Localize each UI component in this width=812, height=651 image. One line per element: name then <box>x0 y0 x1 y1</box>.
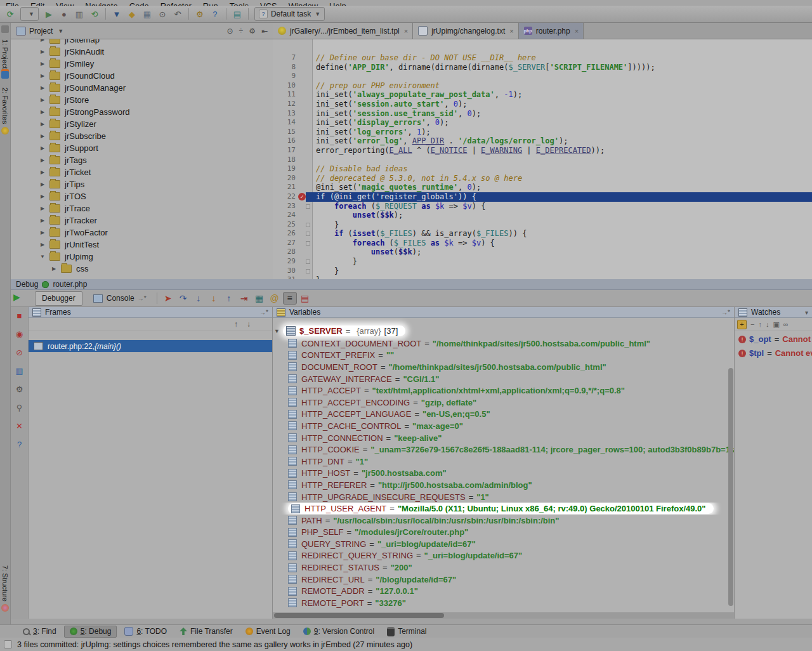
menu-vcs[interactable]: VCS <box>254 1 283 6</box>
tool-button-project[interactable]: 1: Project <box>1 39 9 69</box>
variable-row-http_connection[interactable]: HTTP_CONNECTION="keep-alive" <box>273 432 734 444</box>
variable-row-redirect_url[interactable]: REDIRECT_URL="/blog/update/id=67" <box>273 574 734 586</box>
variable-row-http_upgrade_insecure_requests[interactable]: HTTP_UPGRADE_INSECURE_REQUESTS="1" <box>273 491 734 503</box>
editor-tab-router-php[interactable]: phprouter.php× <box>519 23 584 39</box>
tree-item-jrstore[interactable]: ▶jrStore <box>11 94 273 106</box>
chevron-right-icon[interactable]: ▶ <box>39 218 46 223</box>
frame-down-icon[interactable]: ↓ <box>247 320 251 329</box>
variable-row-gateway_interface[interactable]: GATEWAY_INTERFACE="CGI/1.1" <box>273 373 734 385</box>
toolwindow-button-todo[interactable]: 6: TODO <box>119 626 172 638</box>
stack-frame-row[interactable]: router.php:22, {main}() <box>29 340 272 352</box>
variable-row-path[interactable]: PATH="/usr/local/sbin:/usr/local/bin:/us… <box>273 515 734 527</box>
chevron-right-icon[interactable]: ▶ <box>39 230 46 235</box>
chevron-right-icon[interactable]: ▶ <box>39 133 46 139</box>
line-number[interactable]: 14 <box>273 118 296 128</box>
frame-up-icon[interactable]: ↑ <box>234 320 238 329</box>
help-button[interactable]: ? <box>14 438 25 450</box>
line-number[interactable]: 8 <box>273 63 296 72</box>
chevron-right-icon[interactable]: ▶ <box>39 145 46 151</box>
watch-row-_opt[interactable]: !$_opt=Cannot e <box>735 333 812 345</box>
editor-tab-jrupimg-changelog-txt[interactable]: jrUpimg/changelog.txt× <box>413 23 519 39</box>
default-task-select[interactable]: ?Default task▼ <box>254 7 325 21</box>
copy-button[interactable]: ▣ <box>773 320 779 329</box>
line-number[interactable]: 22 <box>273 192 296 202</box>
fold-marker-icon[interactable] <box>306 269 310 273</box>
add-watch-button[interactable]: + <box>737 320 747 329</box>
chevron-right-icon[interactable]: ▶ <box>39 39 46 43</box>
menu-code[interactable]: Code <box>124 1 155 6</box>
tree-item-jrstrongpassword[interactable]: ▶jrStrongPassword <box>11 106 273 118</box>
toolwindow-button-debug[interactable]: 5: Debug <box>64 626 117 638</box>
coverage-button[interactable]: ⟲ <box>88 8 101 20</box>
tree-item-css[interactable]: ▶css <box>11 263 273 275</box>
watches-glasses-icon[interactable]: ∞ <box>783 320 789 328</box>
chevron-right-icon[interactable]: ▶ <box>51 266 57 272</box>
evaluate-expression-icon[interactable]: ▦ <box>252 292 266 305</box>
toolwindow-button-find[interactable]: 3: Find <box>18 626 62 638</box>
line-number[interactable]: 11 <box>273 90 296 100</box>
mute-breakpoints-button[interactable]: ⊘ <box>14 346 25 358</box>
run-button[interactable]: ▶ <box>43 8 55 20</box>
tree-item-jrtracker[interactable]: ▶jrTracker <box>11 214 273 227</box>
chevron-right-icon[interactable]: ▶ <box>39 242 46 247</box>
variable-row-http_dnt[interactable]: HTTP_DNT="1" <box>273 456 734 468</box>
chevron-right-icon[interactable]: ▶ <box>39 73 46 79</box>
menu-view[interactable]: View <box>50 1 79 6</box>
resume-button[interactable]: ▶ <box>13 292 20 302</box>
chevron-right-icon[interactable]: ▶ <box>39 194 46 199</box>
line-number[interactable]: 30 <box>273 266 296 276</box>
step-over-icon[interactable]: ↷ <box>176 292 190 305</box>
chevron-right-icon[interactable]: ▶ <box>39 61 46 67</box>
variable-row-context_prefix[interactable]: CONTEXT_PREFIX="" <box>273 350 734 362</box>
editor-tab-jrgallery-jrembed-item-list-tpl[interactable]: jrGallery/.../jrEmbed_item_list.tpl× <box>273 23 413 39</box>
panel-options-icon[interactable]: ▾ <box>805 309 808 316</box>
variable-row-remote_port[interactable]: REMOTE_PORT="33276" <box>273 597 734 609</box>
chevron-right-icon[interactable]: ▶ <box>39 206 46 211</box>
line-number[interactable]: 7 <box>273 53 296 63</box>
line-number[interactable]: 17 <box>273 146 296 155</box>
tool-button-favorites[interactable]: 2: Favorites <box>1 88 9 124</box>
variable-row-http_accept[interactable]: HTTP_ACCEPT="text/html,application/xhtml… <box>273 385 734 397</box>
menu-file[interactable]: File <box>0 1 25 6</box>
line-number[interactable]: 27 <box>273 239 296 248</box>
tree-item-jrsubscribe[interactable]: ▶jrSubscribe <box>11 130 273 142</box>
open-button[interactable]: ◆ <box>126 8 138 20</box>
locate-icon[interactable]: ⊙ <box>227 27 233 36</box>
undo-button[interactable]: ↶ <box>171 8 184 20</box>
chevron-down-icon[interactable]: ▼ <box>39 254 46 260</box>
pin-button[interactable]: ⚲ <box>14 402 25 413</box>
line-number[interactable]: 24 <box>273 211 296 220</box>
toolwindow-button-event-log[interactable]: Event Log <box>240 626 296 638</box>
variable-row-redirect_status[interactable]: REDIRECT_STATUS="200" <box>273 562 734 574</box>
step-into-icon[interactable]: ↓ <box>192 292 206 305</box>
tree-item-jrtags[interactable]: ▶jrTags <box>11 154 273 166</box>
chevron-right-icon[interactable]: ▶ <box>39 97 46 103</box>
toolwindow-button-file-transfer[interactable]: File Transfer <box>174 626 238 638</box>
menu-help[interactable]: Help <box>324 1 352 6</box>
variable-row-http_host[interactable]: HTTP_HOST="jr500.hostsaba.com" <box>273 468 734 480</box>
chevron-right-icon[interactable]: ▶ <box>39 181 46 187</box>
collapse-arrow-icon[interactable]: ▼ <box>274 328 282 334</box>
menu-refactor[interactable]: Refactor <box>155 1 197 6</box>
toolwindow-button-version-control[interactable]: 9: Version Control <box>298 626 379 638</box>
line-number[interactable]: 28 <box>273 247 296 257</box>
watch-row-tpl[interactable]: !$tpl=Cannot ev. <box>735 347 812 359</box>
tree-item-jrtwofactor[interactable]: ▶jrTwoFactor <box>11 227 273 239</box>
move-up-button[interactable]: ↑ <box>758 320 762 328</box>
variable-row-http_referer[interactable]: HTTP_REFERER="http://jr500.hostsaba.com/… <box>273 479 734 491</box>
tab-debugger[interactable]: Debugger <box>35 291 82 306</box>
restore-layout-button[interactable]: ▥ <box>14 365 25 376</box>
line-number[interactable]: 19 <box>273 164 296 174</box>
run-config-select[interactable]: ▼ <box>20 7 39 21</box>
variable-row-context_document_root[interactable]: CONTEXT_DOCUMENT_ROOT="/home/thinkpad/si… <box>273 338 734 350</box>
tree-item-jrtrace[interactable]: ▶jrTrace <box>11 202 273 214</box>
menu-edit[interactable]: Edit <box>25 1 50 6</box>
image-button[interactable]: ▦ <box>141 8 154 20</box>
vertical-scrollbar[interactable] <box>728 368 733 606</box>
line-number[interactable]: 9 <box>273 72 296 81</box>
line-number[interactable]: 16 <box>273 136 296 146</box>
variable-row-document_root[interactable]: DOCUMENT_ROOT="/home/thinkpad/sites/jr50… <box>273 361 734 373</box>
chevron-right-icon[interactable]: ▶ <box>39 49 46 55</box>
line-number[interactable]: 23 <box>273 202 296 211</box>
move-down-button[interactable]: ↓ <box>766 320 769 328</box>
